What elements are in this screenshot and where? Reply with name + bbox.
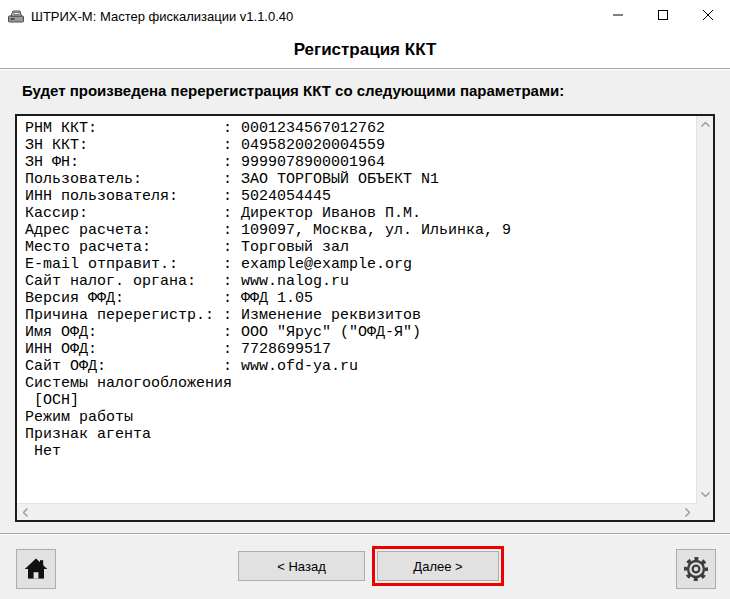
chevron-right-icon[interactable] [679, 504, 696, 521]
chevron-up-icon[interactable] [697, 116, 714, 133]
window-title: ШТРИХ-М: Мастер фискализации v1.1.0.40 [31, 9, 293, 24]
app-window: { "window": { "title": "ШТРИХ-М: Мастер … [0, 0, 730, 599]
home-icon [23, 557, 49, 581]
maximize-icon[interactable] [640, 0, 685, 30]
chevron-down-icon[interactable] [697, 486, 714, 503]
main-content: Будет произведена перерегистрация ККТ со… [0, 70, 730, 535]
annotation-highlight: Далее > [372, 546, 504, 586]
footer-bar: < Назад Далее > [0, 533, 730, 599]
next-button[interactable]: Далее > [377, 551, 499, 581]
home-button[interactable] [16, 549, 56, 589]
back-button[interactable]: < Назад [238, 551, 365, 581]
page-title: Регистрация ККТ [294, 40, 437, 60]
minimize-icon[interactable] [595, 0, 640, 30]
params-text: РНМ ККТ: : 0001234567012762 ЗН ККТ: : 04… [17, 116, 713, 464]
close-icon[interactable] [685, 0, 730, 30]
reregistration-prompt: Будет произведена перерегистрация ККТ со… [22, 82, 715, 99]
fiscal-printer-icon [7, 8, 25, 24]
window-controls [595, 0, 730, 30]
settings-button[interactable] [676, 549, 716, 589]
gear-icon [681, 554, 711, 584]
params-memo[interactable]: РНМ ККТ: : 0001234567012762 ЗН ККТ: : 04… [15, 114, 715, 522]
horizontal-scrollbar[interactable] [17, 503, 696, 520]
wizard-step-header: Регистрация ККТ [0, 32, 730, 68]
title-bar: ШТРИХ-М: Мастер фискализации v1.1.0.40 [0, 0, 730, 32]
chevron-left-icon[interactable] [17, 504, 34, 521]
vertical-scrollbar[interactable] [696, 116, 713, 503]
scrollbar-corner [696, 503, 713, 520]
